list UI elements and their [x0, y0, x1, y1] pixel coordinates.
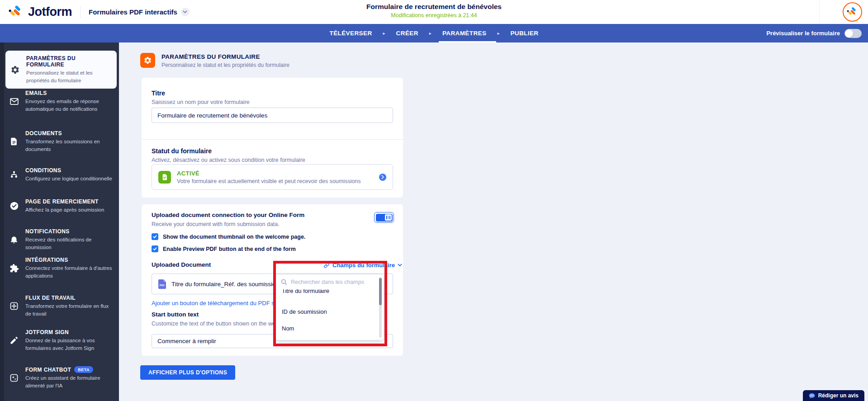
preview-pdf-checkbox-label: Enable Preview PDF button at the end of …: [163, 246, 296, 252]
more-options-button[interactable]: AFFICHER PLUS D'OPTIONS: [140, 365, 235, 380]
preview-pdf-checkbox-row[interactable]: Enable Preview PDF button at the end of …: [152, 245, 296, 252]
preview-toggle-label: Prévisualiser le formulaire: [766, 30, 840, 37]
start-button-label: Start button text: [152, 311, 199, 318]
sparkles-icon: [9, 373, 19, 383]
save-status: Modifications enregistrées à 21:44: [0, 12, 868, 19]
workflow-icon: [9, 301, 19, 311]
sidebar-item-form-chatbot[interactable]: FORM CHATBOTBETA Créez un assistant de f…: [0, 366, 119, 389]
sidebar-item-page-de-remerciement[interactable]: PAGE DE REMERCIEMENT Affichez la page ap…: [0, 198, 119, 214]
user-avatar[interactable]: [843, 2, 862, 22]
dropdown-option-id-de-soumission[interactable]: ID de soumission: [275, 307, 378, 316]
title-label: Titre: [152, 90, 165, 97]
chat-bubble-icon: [809, 393, 815, 399]
preview-toggle[interactable]: [844, 29, 862, 38]
puzzle-icon: [9, 263, 19, 274]
checkbox-checked-icon[interactable]: [152, 245, 158, 252]
sidebar-item-flux-de-travail[interactable]: FLUX DE TRAVAIL Transformez votre formul…: [0, 295, 119, 317]
tab-creer[interactable]: CRÉER: [396, 24, 418, 42]
thumbnail-checkbox-label: Show the document thumbnail on the welco…: [163, 234, 305, 240]
uploaded-document-value: Titre du formulaire_Réf. des soumissions: [171, 281, 282, 288]
form-fields-dropdown-trigger[interactable]: Champs du formulaire: [323, 262, 402, 269]
envelope-icon: [9, 96, 19, 107]
status-hint: Activez, désactivez ou activez sous cond…: [152, 157, 305, 163]
page-header: PARAMÈTRES DU FORMULAIRE Personnalisez l…: [140, 53, 289, 68]
sidebar-item-documents[interactable]: DOCUMENTS Transformez les soumissions en…: [0, 130, 119, 153]
pdf-file-icon: PDF: [158, 279, 166, 289]
form-title-block: Formulaire de recrutement de bénévoles M…: [0, 3, 868, 19]
toggle-knob: [385, 214, 392, 221]
settings-sidebar: PARAMÈTRES DU FORMULAIRE Personnalisez l…: [0, 42, 119, 401]
status-badge: ACTIVÉ: [177, 170, 360, 177]
page-subtitle: Personnalisez le statut et les propriété…: [161, 62, 289, 68]
check-circle-icon: [9, 201, 19, 212]
beta-badge: BETA: [74, 366, 93, 373]
thumbnail-checkbox-row[interactable]: Show the document thumbnail on the welco…: [152, 233, 305, 240]
document-icon: [9, 136, 19, 147]
header-right-divider: [819, 0, 820, 24]
nav-arrow-icon: ▸: [429, 31, 432, 36]
pen-icon: [9, 335, 19, 346]
dropdown-search-row: [275, 275, 379, 289]
chevron-right-icon[interactable]: [379, 174, 386, 181]
sidebar-item-emails[interactable]: EMAILS Envoyez des emails de réponse aut…: [0, 90, 119, 113]
tab-parametres[interactable]: PARAMÈTRES: [442, 24, 487, 42]
search-icon: [281, 279, 287, 285]
form-status-selector[interactable]: ACTIVÉ Votre formulaire est actuellement…: [152, 164, 393, 190]
upload-connection-toggle[interactable]: [374, 212, 394, 223]
form-title[interactable]: Formulaire de recrutement de bénévoles: [0, 3, 868, 11]
svg-text:PDF: PDF: [160, 284, 165, 287]
jotform-settings-screen: Jotform Formulaires PDF interactifs Form…: [0, 0, 868, 401]
top-header: Jotform Formulaires PDF interactifs Form…: [0, 0, 868, 24]
upload-section-title: Uploaded document connection to your Onl…: [152, 212, 304, 218]
dropdown-scrollbar-thumb[interactable]: [379, 278, 382, 305]
status-desc: Votre formulaire est actuellement visibl…: [177, 178, 360, 184]
upload-section-desc: Receive your document with form submissi…: [152, 221, 280, 227]
sidebar-item-jotform-sign[interactable]: JOTFORM SIGN Donnez de la puissance à vo…: [0, 329, 119, 352]
feedback-button[interactable]: Rédiger un avis: [803, 390, 864, 401]
fields-link-label: Champs du formulaire: [332, 262, 395, 269]
preview-toggle-area: Prévisualiser le formulaire: [766, 24, 862, 42]
gear-icon: [9, 64, 20, 75]
link-icon: [323, 262, 330, 269]
sidebar-item-notifications[interactable]: NOTIFICATIONS Recevez des notifications …: [0, 228, 119, 251]
card-divider: [142, 139, 403, 140]
sidebar-item-parametres-du-formulaire[interactable]: PARAMÈTRES DU FORMULAIRE Personnalisez l…: [5, 51, 117, 89]
nav-tabs: TÉLÉVERSER ▸ CRÉER ▸ PARAMÈTRES ▸ PUBLIE…: [330, 24, 539, 42]
dropdown-search-input[interactable]: [291, 279, 374, 285]
tab-televerser[interactable]: TÉLÉVERSER: [330, 24, 372, 42]
nav-arrow-icon: ▸: [497, 31, 499, 36]
toggle-knob: [845, 29, 853, 38]
settings-main-panel: PARAMÈTRES DU FORMULAIRE Personnalisez l…: [119, 42, 868, 401]
gear-tile-icon: [140, 53, 155, 68]
chevron-down-icon: [398, 264, 402, 267]
title-hint: Saisissez un nom pour votre formulaire: [152, 99, 250, 105]
dropdown-option-nom[interactable]: Nom: [275, 323, 378, 333]
title-status-card: Titre Saisissez un nom pour votre formul…: [142, 78, 403, 198]
bell-icon: [9, 234, 19, 245]
status-label: Statut du formulaire: [152, 147, 212, 155]
sidebar-item-integrations[interactable]: INTÉGRATIONS Connectez votre formulaire …: [0, 257, 119, 279]
status-active-icon: [158, 171, 171, 184]
form-fields-dropdown-panel: Titre du formulaire ID de soumission Nom: [275, 275, 384, 340]
nav-arrow-icon: ▸: [383, 31, 385, 36]
checkbox-checked-icon[interactable]: [152, 233, 158, 240]
start-button-hint: Customize the text of the button shown o…: [152, 321, 290, 327]
sidebar-item-title: PARAMÈTRES DU FORMULAIRE: [26, 55, 112, 68]
page-title: PARAMÈTRES DU FORMULAIRE: [161, 53, 289, 60]
sidebar-item-title: FORM CHATBOT: [25, 367, 71, 373]
tab-publier[interactable]: PUBLIER: [510, 24, 538, 42]
feedback-button-label: Rédiger un avis: [818, 392, 859, 399]
builder-navbar: TÉLÉVERSER ▸ CRÉER ▸ PARAMÈTRES ▸ PUBLIE…: [0, 24, 868, 42]
uploaded-document-label: Uploaded Document: [152, 261, 211, 268]
form-name-input[interactable]: [152, 108, 393, 123]
sidebar-item-conditions[interactable]: CONDITIONS Configurez une logique condit…: [0, 167, 119, 183]
conditions-icon: [9, 170, 19, 180]
sidebar-item-desc: Personnalisez le statut et les propriété…: [26, 69, 112, 84]
